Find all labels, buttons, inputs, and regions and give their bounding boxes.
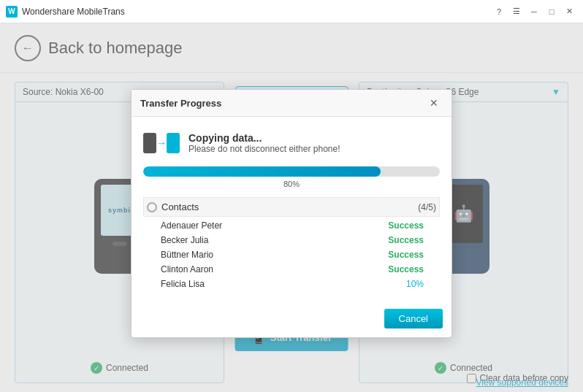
dialog-title: Transfer Progress	[140, 98, 221, 109]
maximize-button[interactable]: □	[544, 4, 560, 20]
contacts-header: Contacts (4/5)	[143, 197, 440, 217]
progress-percent-label: 80%	[143, 180, 440, 188]
contact-name: Adenauer Peter	[161, 220, 222, 231]
copying-subtitle: Please do not disconnect either phone!	[188, 144, 340, 154]
contact-name: Felicia Lisa	[161, 279, 205, 289]
contacts-label: Contacts	[161, 201, 199, 212]
progress-text-area: Copying data... Please do not disconnect…	[188, 132, 340, 154]
contact-name: Becker Julia	[161, 235, 208, 245]
copying-title: Copying data...	[188, 132, 340, 144]
title-bar-controls: ? ☰ ─ □ ✕	[491, 4, 577, 20]
help-button[interactable]: ?	[491, 4, 507, 20]
progress-header: → Copying data... Please do not disconne…	[143, 128, 440, 158]
dialog-body: → Copying data... Please do not disconne…	[132, 117, 451, 303]
minimize-button[interactable]: ─	[526, 4, 542, 20]
contacts-circle-icon	[147, 202, 157, 212]
contact-status: Success	[388, 250, 424, 260]
contact-row: Büttner MarioSuccess	[143, 247, 440, 262]
contact-status: Success	[388, 235, 424, 245]
menu-button[interactable]: ☰	[508, 4, 525, 20]
transfer-progress-dialog: Transfer Progress ✕ → Copying data... Pl…	[131, 89, 452, 338]
contact-name: Büttner Mario	[161, 250, 213, 260]
contact-list: Adenauer PeterSuccessBecker JuliaSuccess…	[143, 218, 440, 291]
app-icon: W	[6, 6, 18, 18]
cancel-button[interactable]: Cancel	[384, 309, 443, 328]
contact-status: Success	[388, 264, 424, 274]
transfer-animation: →	[143, 128, 180, 158]
contacts-left: Contacts	[147, 201, 199, 212]
contact-status: 10%	[406, 279, 424, 289]
main-content: ← Back to homepage Source: Nokia X6-00 ▼…	[0, 23, 583, 392]
progress-bar-container	[143, 166, 440, 177]
contacts-count: (4/5)	[418, 202, 436, 212]
contact-row: Adenauer PeterSuccess	[143, 218, 440, 233]
dialog-header: Transfer Progress ✕	[132, 90, 451, 117]
contact-row: Becker JuliaSuccess	[143, 233, 440, 247]
contact-row: Felicia Lisa10%	[143, 277, 440, 291]
dialog-overlay: Transfer Progress ✕ → Copying data... Pl…	[0, 23, 583, 392]
dialog-footer: Cancel	[132, 303, 451, 337]
contacts-section: Contacts (4/5) Adenauer PeterSuccessBeck…	[143, 197, 440, 291]
close-button[interactable]: ✕	[561, 4, 577, 20]
title-bar: W Wondershare MobileTrans ? ☰ ─ □ ✕	[0, 0, 583, 23]
contact-name: Clinton Aaron	[161, 264, 213, 274]
title-bar-text: Wondershare MobileTrans	[22, 7, 491, 17]
contact-row: Clinton AaronSuccess	[143, 262, 440, 277]
dest-phone-small	[167, 133, 180, 153]
contact-status: Success	[388, 220, 424, 231]
source-phone-small	[143, 133, 156, 153]
dialog-close-button[interactable]: ✕	[425, 96, 443, 110]
progress-bar-fill	[143, 166, 381, 177]
transfer-arrow-icon: →	[156, 137, 167, 149]
